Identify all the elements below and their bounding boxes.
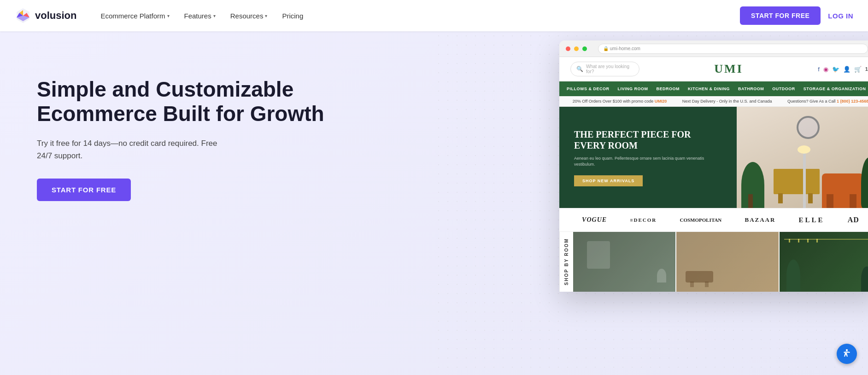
cart-icon: 🛒 [854,66,862,73]
hero-content: Simple and Customizable Ecommerce Built … [0,31,434,229]
store-banner-bar: 20% Off Orders Over $100 with promo code… [559,96,868,107]
store-demo-browser: 🔒 umi-home.com 🔍 What are you looking fo… [559,40,868,292]
room-image-2[interactable] [676,232,779,292]
store-nav-outdoor[interactable]: OUTDOOR [768,87,799,91]
search-icon: 🔍 [576,66,583,72]
account-icon: 👤 [843,66,850,73]
room-image-3[interactable] [780,232,868,292]
nav-item-resources[interactable]: Resources ▾ [225,8,273,23]
nav-item-pricing[interactable]: Pricing [276,8,309,23]
hero-start-free-button[interactable]: START FOR FREE [37,179,131,201]
store-hero-title: THE PERFECT PIECE FOR EVERY ROOM [574,129,722,151]
shop-by-room-section: SHOP BY ROOM [559,232,868,292]
browser-dot-green [582,46,587,51]
accessibility-button[interactable] [837,344,857,364]
cart-count: 12 [865,66,868,72]
press-logo-ad: AD [848,216,859,224]
accessibility-icon [841,348,852,359]
store-hero-cta-button[interactable]: SHOP NEW ARRIVALS [574,175,643,186]
press-logo-vogue: VOGUE [582,216,607,224]
navbar: volusion Ecommerce Platform ▾ Features ▾… [0,0,868,31]
store-logo: UMI [714,62,743,76]
room-image-1[interactable] [573,232,675,292]
nav-item-features[interactable]: Features ▾ [179,8,221,23]
facebook-icon: f [818,66,820,73]
store-nav-bathroom[interactable]: BATHROOM [734,87,768,91]
store-hero-left: THE PERFECT PIECE FOR EVERY ROOM Aenean … [559,107,737,208]
nav-item-ecommerce[interactable]: Ecommerce Platform ▾ [95,8,175,23]
chevron-down-icon: ▾ [265,13,267,18]
banner-item-phone: Questions? Give As a Call 1 (800) 123-45… [787,99,868,104]
press-logo-elle: ELLE [799,216,825,224]
press-logo-decor: ≡DECOR [630,217,657,223]
press-logo-cosmopolitan: COSMOPOLITAN [680,217,721,223]
chevron-down-icon: ▾ [167,13,170,18]
hero-subtitle: Try it free for 14 days—no credit card r… [37,137,230,162]
store-search-placeholder: What are you looking for? [586,64,633,74]
banner-item-delivery: Next Day Delivery - Only in the U.S. and… [682,99,772,104]
browser-dot-yellow [574,46,579,51]
store-hero-section: THE PERFECT PIECE FOR EVERY ROOM Aenean … [559,107,868,208]
shop-by-room-images [573,232,868,292]
shop-by-room-label: SHOP BY ROOM [559,232,573,292]
nav-login-button[interactable]: LOG IN [828,12,853,20]
store-nav-storage[interactable]: STORAGE & ORGANIZATION [800,87,868,91]
press-logos-section: VOGUE ≡DECOR COSMOPOLITAN BAZAAR ELLE AD [559,208,868,232]
navbar-right: START FOR FREE LOG IN [740,6,853,25]
twitter-icon: 🐦 [832,66,839,73]
store-nav-pillows[interactable]: PILLOWS & DECOR [563,87,613,91]
instagram-icon: ◉ [823,66,828,73]
store-nav-kitchen[interactable]: KITCHEN & DINING [684,87,733,91]
volusion-logo-icon [15,7,31,24]
store-header: 🔍 What are you looking for? UMI f ◉ 🐦 👤 … [559,57,868,81]
navbar-left: volusion Ecommerce Platform ▾ Features ▾… [15,7,309,24]
store-hero-subtitle: Aenean eu leo quam. Pellentesque ornare … [574,156,722,168]
logo-text: volusion [35,10,76,22]
store-icons: f ◉ 🐦 👤 🛒 12 [818,66,868,73]
store-hero-image [737,107,868,208]
banner-item-discount: 20% Off Orders Over $100 with promo code… [573,99,667,104]
nav-links: Ecommerce Platform ▾ Features ▾ Resource… [95,8,309,23]
press-logo-bazaar: BAZAAR [745,216,775,224]
browser-url-bar: 🔒 umi-home.com [598,44,868,54]
svg-point-6 [846,349,848,351]
browser-dot-red [566,46,570,51]
hero-section: Simple and Customizable Ecommerce Built … [0,31,868,375]
store-nav-living[interactable]: LIVING ROOM [614,87,652,91]
chevron-down-icon: ▾ [213,13,216,18]
store-nav: PILLOWS & DECOR LIVING ROOM BEDROOM KITC… [559,81,868,96]
browser-bar: 🔒 umi-home.com [559,40,868,57]
store-search[interactable]: 🔍 What are you looking for? [570,62,639,76]
hero-title: Simple and Customizable Ecommerce Built … [37,77,406,126]
nav-start-free-button[interactable]: START FOR FREE [740,6,821,25]
store-nav-bedroom[interactable]: BEDROOM [653,87,684,91]
logo-link[interactable]: volusion [15,7,76,24]
